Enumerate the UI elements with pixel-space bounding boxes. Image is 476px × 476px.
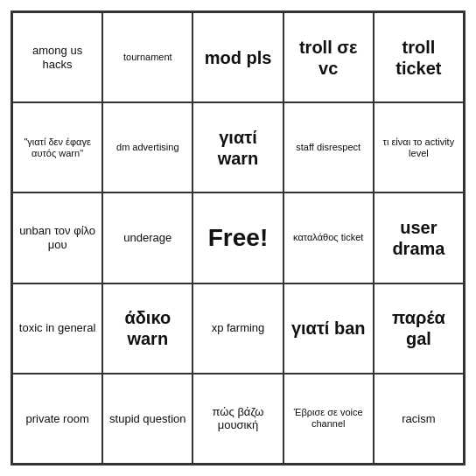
bingo-cell-r0c3: troll σε vc [284, 12, 374, 102]
bingo-cell-r3c3: γιατί ban [284, 284, 374, 374]
cell-label: among us hacks [17, 44, 98, 71]
bingo-cell-r4c1: stupid question [102, 374, 192, 464]
cell-label: άδικο warn [107, 307, 188, 349]
cell-label: πώς βάζω μουσική [197, 405, 278, 432]
bingo-cell-r2c4: user drama [374, 192, 464, 283]
bingo-cell-r4c2: πώς βάζω μουσική [192, 374, 283, 464]
cell-label: underage [123, 231, 172, 245]
bingo-cell-r2c2: Free! [192, 192, 283, 283]
bingo-cell-r2c0: unban τον φίλο μου [12, 192, 102, 283]
cell-label: dm advertising [116, 142, 179, 153]
cell-label: καταλάθος ticket [293, 232, 363, 243]
bingo-cell-r0c2: mod pls [192, 12, 283, 102]
bingo-cell-r1c4: τι είναι το activity level [374, 102, 464, 192]
cell-label: mod pls [205, 47, 272, 68]
cell-label: user drama [378, 217, 459, 259]
cell-label: unban τον φίλο μου [17, 224, 98, 251]
cell-label: Έβρισε σε voice channel [288, 407, 369, 430]
bingo-cell-r4c3: Έβρισε σε voice channel [284, 374, 374, 464]
bingo-cell-r4c4: racism [374, 374, 464, 464]
bingo-cell-r2c1: underage [102, 192, 192, 283]
cell-label: Free! [208, 223, 268, 253]
bingo-cell-r0c1: tournament [102, 12, 192, 102]
cell-label: private room [25, 412, 88, 426]
cell-label: tournament [123, 52, 172, 63]
bingo-cell-r1c1: dm advertising [102, 102, 192, 192]
bingo-board: among us hackstournamentmod plstroll σε … [10, 10, 466, 466]
cell-label: τι είναι το activity level [378, 136, 459, 159]
bingo-cell-r3c0: toxic in general [12, 284, 102, 374]
cell-label: παρέα gal [378, 307, 459, 349]
cell-label: "γιατί δεν έφαγε αυτός warn" [17, 136, 98, 159]
bingo-cell-r3c1: άδικο warn [102, 284, 192, 374]
bingo-cell-r1c2: γιατί warn [192, 102, 283, 192]
cell-label: stupid question [109, 412, 186, 426]
bingo-cell-r0c0: among us hacks [12, 12, 102, 102]
bingo-cell-r0c4: troll ticket [374, 12, 464, 102]
cell-label: toxic in general [19, 321, 95, 335]
bingo-cell-r3c2: xp farming [192, 284, 283, 374]
cell-label: troll ticket [378, 37, 459, 79]
bingo-cell-r1c3: staff disrespect [284, 102, 374, 192]
cell-label: racism [402, 412, 435, 426]
bingo-cell-r1c0: "γιατί δεν έφαγε αυτός warn" [12, 102, 102, 192]
cell-label: xp farming [212, 321, 265, 335]
cell-label: γιατί ban [291, 318, 366, 339]
cell-label: γιατί warn [197, 127, 278, 169]
cell-label: troll σε vc [288, 37, 369, 79]
bingo-cell-r3c4: παρέα gal [374, 284, 464, 374]
bingo-cell-r2c3: καταλάθος ticket [284, 192, 374, 283]
cell-label: staff disrespect [296, 142, 360, 153]
bingo-cell-r4c0: private room [12, 374, 102, 464]
